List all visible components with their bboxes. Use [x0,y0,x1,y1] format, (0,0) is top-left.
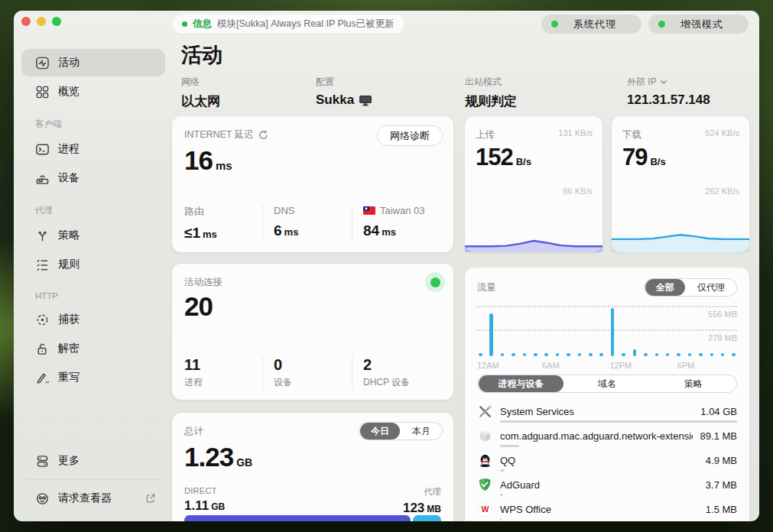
total-direct: DIRECT 1.11GB [184,486,225,516]
tab-policies[interactable]: 策略 [651,375,736,392]
sidebar-item-decrypt[interactable]: 解密 [21,335,165,362]
traffic-bar [688,353,692,357]
download-axis-mid-label: 262 KB/s [705,187,739,196]
download-card: 下载 524 KB/s 79B/s 262 KB/s [612,116,749,252]
sidebar-item-processes[interactable]: 进程 [21,135,165,163]
info-profile[interactable]: 配置 Sukka [316,76,372,108]
enhanced-mode-toggle[interactable]: 增强模式 [648,15,749,34]
network-diagnose-button[interactable]: 网络诊断 [377,125,443,146]
download-axis-top-label: 524 KB/s [705,128,739,138]
info-external-ip[interactable]: 外部 IP 121.31.57.148 [627,76,710,108]
page-title: 活动 [181,41,222,69]
refresh-icon[interactable] [258,130,268,140]
total-breakdown: DIRECT 1.11GB 代理 123MB [184,486,441,516]
traffic-bar [622,353,625,357]
sidebar-section-clients: 客户端 [35,118,165,130]
total-period-segmented: 今日 本月 [359,422,443,440]
sidebar-item-request-viewer[interactable]: 请求查看器 [21,485,165,512]
decrypt-unlock-icon [35,342,50,356]
info-value: 以太网 [181,92,220,110]
sidebar: 活动 概览 客户端 进程 设备 代理 策略 规则 HTTP 捕获 [21,49,165,393]
traffic-bar [589,353,593,357]
traffic-bar [655,353,659,357]
total-usage-card: 总计 今日 本月 1.23GB DIRECT 1.11GB 代理 123MB [172,413,453,521]
wps-office-icon: W [477,501,492,517]
system-proxy-toggle[interactable]: 系统代理 [541,15,641,34]
traffic-card-title: 流量 [477,281,496,294]
activity-icon [35,56,50,70]
proxy-bar-segment [413,515,441,521]
request-viewer-icon [35,491,50,506]
sidebar-item-label: 捕获 [58,313,80,326]
traffic-bar [721,353,725,357]
zoom-button[interactable] [52,17,61,26]
latency-proxy-node: Taiwan 03 84ms [352,205,441,242]
traffic-bar [611,308,615,356]
chevron-down-icon[interactable] [660,79,667,85]
traffic-bar [479,353,482,357]
tab-domains[interactable]: 域名 [565,375,650,392]
minimize-button[interactable] [37,17,46,26]
traffic-bar [677,353,680,357]
traffic-row-wps-office[interactable]: W WPS Office 1.5 MB [477,497,737,521]
sidebar-item-rewrite[interactable]: 重写 [21,364,165,391]
traffic-bar [544,353,548,357]
device-router-icon [35,171,50,186]
adguard-icon [477,477,492,492]
period-today[interactable]: 今日 [360,423,400,440]
sidebar-item-overview[interactable]: 概览 [21,78,165,105]
sidebar-item-activity[interactable]: 活动 [21,49,165,76]
enhanced-mode-status-dot [658,21,665,28]
traffic-bar [534,353,538,357]
xtick-6am: 6AM [542,361,560,370]
traffic-bar [666,353,670,357]
total-value: 1.23GB [184,442,252,472]
extension-cube-icon [477,428,492,443]
sidebar-item-label: 设备 [58,171,80,185]
traffic-row-adguard[interactable]: AdGuard 3.7 MB [477,472,737,497]
notification-banner[interactable]: 信息 模块[Sukka] Always Real IP Plus已被更新 [172,15,404,34]
sidebar-item-label: 规则 [58,258,80,271]
sidebar-item-devices[interactable]: 设备 [21,164,165,192]
sidebar-item-label: 请求查看器 [58,491,112,505]
connections-devices: 0 设备 [262,356,352,389]
sidebar-item-label: 策略 [58,229,80,242]
sidebar-item-label: 活动 [58,56,80,70]
latency-substats: 路由 ≤1ms DNS 6ms Taiwan 03 84ms [184,205,441,242]
traffic-row-system-services[interactable]: System Services 1.04 GB [477,399,737,423]
connections-processes: 11 进程 [184,356,262,389]
connections-substats: 11 进程 0 设备 2 DHCP 设备 [184,356,441,389]
sidebar-item-capture[interactable]: 捕获 [21,306,165,333]
traffic-row-adguard-extension[interactable]: com.adguard.mac.adguard.network-extensio… [477,423,737,448]
sidebar-item-rules[interactable]: 规则 [21,251,165,278]
upload-value: 152B/s [476,144,531,171]
xtick-12am: 12AM [477,361,499,370]
traffic-filter-proxy-only[interactable]: 仅代理 [687,279,736,296]
rules-list-icon [35,258,50,272]
upload-sparkline-chart [465,217,602,252]
process-terminal-icon [35,142,50,157]
monitor-icon [359,95,372,106]
traffic-bar [699,353,703,357]
sidebar-item-more[interactable]: 更多 [21,447,165,475]
enhanced-mode-label: 增强模式 [665,18,739,31]
policy-split-icon [35,229,50,243]
download-value: 79B/s [622,144,666,171]
xtick-6pm: 6PM [677,361,695,370]
taiwan-flag-icon [363,206,375,215]
notification-level: 信息 [193,18,212,31]
traffic-row-qq[interactable]: QQ 4.9 MB [477,448,737,472]
sidebar-section-proxy: 代理 [35,205,165,216]
connections-dhcp-devices: 2 DHCP 设备 [352,356,441,389]
sidebar-item-label: 概览 [58,85,80,99]
traffic-bar [501,353,505,357]
sidebar-divider [26,479,161,480]
traffic-card: 流量 全部 仅代理 556 MB 278 MB 12AM 6AM 12PM 6P… [465,268,749,521]
period-month[interactable]: 本月 [401,423,441,440]
close-button[interactable] [21,17,31,26]
traffic-filter-segmented: 全部 仅代理 [644,278,737,297]
traffic-bar [567,353,570,357]
tab-processes-devices[interactable]: 进程与设备 [479,375,564,392]
sidebar-item-policies[interactable]: 策略 [21,222,165,249]
traffic-filter-all[interactable]: 全部 [645,279,685,296]
